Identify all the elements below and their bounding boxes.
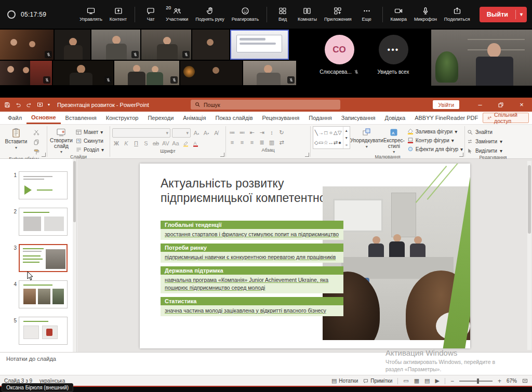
customize-qat-chevron-icon[interactable]: ▾: [48, 102, 50, 107]
tab-slideshow[interactable]: Показ слайдів: [211, 112, 258, 124]
minimize-button[interactable]: –: [470, 98, 490, 112]
tab-abbyy[interactable]: ABBYY FineReader PDF: [410, 112, 483, 124]
underline-button[interactable]: П: [132, 139, 140, 147]
share-presentation-button[interactable]: Спільний доступ: [483, 113, 529, 123]
tab-animations[interactable]: Анімація: [178, 112, 210, 124]
content-block[interactable]: Потреби ринку підприємницькі навички є к…: [161, 244, 343, 263]
dialog-launcher-icon[interactable]: [459, 153, 463, 157]
shape-fill-button[interactable]: Заливка фігури▾: [407, 128, 463, 135]
content-button[interactable]: Контент: [107, 5, 130, 24]
close-button[interactable]: ×: [511, 98, 532, 112]
more-button[interactable]: Еще: [356, 5, 378, 24]
scroll-up-icon[interactable]: ▲: [344, 129, 348, 132]
video-tile[interactable]: [0, 61, 52, 85]
tab-recording[interactable]: Записування: [337, 112, 380, 124]
font-color-button[interactable]: А: [191, 139, 200, 147]
video-tile[interactable]: [55, 30, 90, 60]
participants-button[interactable]: 20 Участники: [163, 5, 191, 24]
line-spacing-button[interactable]: ↕: [268, 128, 276, 137]
decrease-indent-button[interactable]: ⇤: [248, 128, 256, 137]
reset-button[interactable]: Скинути: [76, 137, 104, 144]
shape-icon[interactable]: ◇: [314, 140, 318, 145]
notes-toggle-button[interactable]: ▤Нотатки: [331, 377, 358, 384]
tab-design[interactable]: Конструктор: [101, 112, 143, 124]
quick-styles-button[interactable]: A Експрес-стилі ▾: [383, 126, 405, 154]
italic-button[interactable]: K: [122, 139, 130, 147]
shape-icon[interactable]: ↔: [328, 140, 334, 145]
tab-transitions[interactable]: Переходи: [143, 112, 178, 124]
spotlight-video-tile[interactable]: [431, 30, 532, 86]
gallery-expand-icon[interactable]: ≡: [345, 143, 348, 147]
slide-thumbnail-4[interactable]: [19, 280, 68, 308]
normal-view-button[interactable]: ▭: [403, 377, 408, 384]
video-tile[interactable]: [243, 61, 296, 85]
chat-button[interactable]: Чат: [140, 5, 162, 24]
shape-effects-button[interactable]: Ефекти для фігур▾: [407, 145, 463, 153]
camera-button[interactable]: Камера: [388, 5, 410, 24]
share-button[interactable]: Поделиться: [441, 5, 473, 24]
slide-thumbnail-5[interactable]: [19, 317, 68, 345]
tab-view[interactable]: Подання: [304, 112, 336, 124]
shape-icon[interactable]: ○: [329, 130, 332, 136]
dialog-launcher-icon[interactable]: [42, 153, 46, 157]
search-box[interactable]: [191, 100, 340, 110]
bold-button[interactable]: Ж: [112, 139, 121, 147]
video-tile[interactable]: [192, 30, 229, 60]
select-button[interactable]: Виділити▾: [467, 147, 519, 155]
react-button[interactable]: Реагировать: [229, 5, 262, 24]
video-tile-active-speaker[interactable]: [230, 30, 289, 60]
slide-editor[interactable]: Актуальність розвитку підприємницької ко…: [140, 164, 470, 348]
shapes-gallery-scroll[interactable]: ▲ ▼ ≡: [343, 127, 350, 148]
zoom-in-button[interactable]: +: [498, 377, 501, 385]
align-left-button[interactable]: ≡: [228, 138, 236, 146]
content-block[interactable]: Державна підтримка навчальна програма «К…: [161, 266, 343, 293]
tab-review[interactable]: Рецензування: [258, 112, 304, 124]
smartart-convert-button[interactable]: ⇄: [277, 138, 286, 146]
shape-icon[interactable]: →: [318, 130, 324, 136]
shape-icon[interactable]: ⇄: [334, 140, 338, 145]
raise-hand-button[interactable]: Поднять руку: [192, 5, 228, 24]
numbered-list-button[interactable]: ≕: [238, 128, 246, 137]
highlight-color-button[interactable]: [181, 139, 190, 147]
zoom-slider-thumb[interactable]: [477, 379, 479, 384]
restore-button[interactable]: [490, 98, 511, 112]
increase-font-button[interactable]: А▴: [192, 129, 201, 137]
tab-home[interactable]: Основне: [26, 112, 61, 124]
fit-window-icon[interactable]: [522, 378, 528, 384]
content-block[interactable]: Глобальні тенденції зростання стартапов …: [161, 221, 343, 240]
video-tile[interactable]: [114, 61, 179, 85]
scroll-down-icon[interactable]: ▼: [344, 136, 348, 140]
participant-avatar-block[interactable]: CO Слюсарева...: [314, 35, 365, 75]
video-tile[interactable]: [180, 61, 242, 85]
increase-indent-button[interactable]: ⇥: [258, 128, 266, 137]
leave-menu-chevron-icon[interactable]: ▾: [516, 11, 527, 17]
thumbnail-scrollbar[interactable]: [73, 159, 76, 352]
undo-icon[interactable]: [15, 102, 21, 108]
decrease-font-button[interactable]: А▾: [202, 129, 210, 137]
present-icon[interactable]: [37, 102, 43, 108]
section-button[interactable]: Розділ▾: [76, 146, 104, 153]
tab-file[interactable]: Файл: [3, 112, 26, 124]
apps-button[interactable]: Приложения: [321, 5, 355, 24]
find-button[interactable]: Знайти: [467, 128, 519, 136]
see-all-button[interactable]: ••• Увидеть всех: [368, 35, 419, 75]
arrange-button[interactable]: Упорядкувати ▾: [353, 126, 381, 149]
paste-button[interactable]: Вставити ▾: [3, 126, 29, 150]
shape-icon[interactable]: ●: [338, 140, 341, 145]
format-painter-button[interactable]: [32, 148, 41, 156]
manage-button[interactable]: Управлять: [76, 5, 105, 24]
slide-thumbnail-3-active[interactable]: [19, 244, 68, 272]
video-tile[interactable]: [53, 61, 113, 85]
rooms-button[interactable]: Комнаты: [295, 5, 320, 24]
layout-button[interactable]: Макет▾: [76, 128, 104, 136]
bullet-list-button[interactable]: ≔: [228, 128, 236, 137]
shape-outline-button[interactable]: Контур фігури▾: [407, 137, 463, 144]
slideshow-view-button[interactable]: ▶: [435, 377, 439, 384]
video-tile[interactable]: [0, 30, 54, 60]
shape-icon[interactable]: ▽: [338, 130, 342, 136]
shape-icon[interactable]: ▭: [318, 140, 323, 145]
copy-button[interactable]: [32, 138, 41, 146]
slide-thumbnail-1[interactable]: [19, 171, 68, 199]
sign-in-button[interactable]: Увійти: [433, 100, 459, 109]
align-right-button[interactable]: ≡: [248, 138, 256, 146]
